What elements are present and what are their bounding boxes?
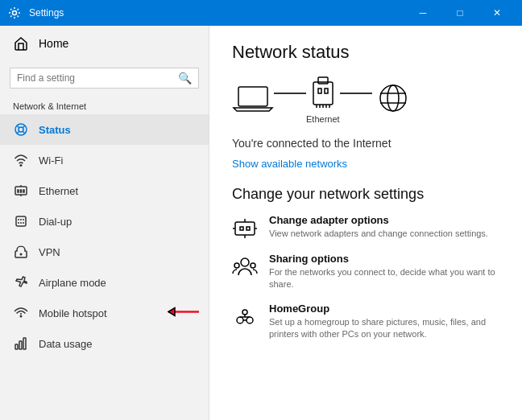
- svg-point-9: [18, 222, 19, 224]
- maximize-button[interactable]: □: [441, 0, 478, 26]
- sidebar-item-label-datausage: Data usage: [39, 338, 93, 350]
- sidebar-category: Network & Internet: [0, 95, 209, 114]
- sidebar-item-status[interactable]: Status: [0, 114, 209, 145]
- adapter-desc: View network adapters and change connect…: [269, 228, 499, 240]
- hotspot-icon: [13, 305, 29, 321]
- datausage-icon: [13, 336, 29, 352]
- svg-point-28: [234, 263, 239, 268]
- adapter-icon: [232, 216, 258, 241]
- sharing-text: Sharing options For the networks you con…: [269, 253, 499, 291]
- svg-rect-5: [16, 216, 26, 226]
- wifi-icon: [13, 152, 29, 168]
- vpn-icon: [13, 244, 29, 260]
- sidebar-item-label-ethernet: Ethernet: [39, 185, 78, 197]
- line-2: [340, 93, 372, 94]
- status-icon: [13, 121, 29, 138]
- globe-diagram-item: [372, 82, 414, 117]
- dialup-icon: [13, 213, 29, 229]
- svg-point-6: [18, 219, 19, 220]
- svg-rect-20: [313, 82, 333, 105]
- home-nav-item[interactable]: Home: [0, 26, 209, 61]
- svg-rect-16: [15, 344, 18, 349]
- sidebar-item-label-dialup: Dial-up: [39, 216, 72, 228]
- ethernet-diagram-item: Ethernet: [306, 76, 340, 124]
- sharing-options-item[interactable]: Sharing options For the networks you con…: [232, 253, 499, 291]
- show-networks-link[interactable]: Show available networks: [232, 158, 499, 170]
- settings-icon: [6, 5, 23, 21]
- adapter-text: Change adapter options View network adap…: [269, 214, 499, 240]
- svg-point-1: [15, 124, 27, 135]
- close-button[interactable]: ✕: [478, 0, 516, 26]
- sidebar-item-airplane[interactable]: Airplane mode: [0, 267, 209, 298]
- arrow-container: Mobile hotspot: [0, 298, 209, 328]
- search-box[interactable]: 🔍: [10, 68, 199, 89]
- homegroup-item[interactable]: HomeGroup Set up a homegroup to share pi…: [232, 303, 499, 341]
- window-controls: ─ □ ✕: [404, 0, 516, 26]
- svg-point-2: [19, 127, 23, 132]
- home-icon: [13, 35, 29, 51]
- sidebar-item-vpn[interactable]: VPN: [0, 237, 209, 267]
- homegroup-desc: Set up a homegroup to share pictures, mu…: [269, 316, 499, 341]
- window-title: Settings: [29, 7, 404, 19]
- sharing-title: Sharing options: [269, 253, 499, 265]
- svg-point-23: [387, 85, 399, 111]
- svg-rect-26: [235, 222, 255, 235]
- svg-point-29: [251, 263, 255, 268]
- main-layout: Home 🔍 Network & Internet Status: [0, 26, 522, 420]
- homegroup-title: HomeGroup: [269, 303, 499, 315]
- svg-point-10: [20, 222, 22, 224]
- content-area: Network status Ethernet: [209, 26, 522, 420]
- ethernet-icon: [13, 183, 29, 199]
- svg-point-0: [13, 11, 17, 15]
- laptop-diagram-item: [232, 82, 274, 117]
- titlebar: Settings ─ □ ✕: [0, 0, 522, 26]
- sidebar-item-label-status: Status: [39, 124, 71, 136]
- sidebar-item-hotspot[interactable]: Mobile hotspot: [0, 298, 209, 328]
- sidebar-item-label-wifi: Wi-Fi: [39, 154, 63, 167]
- svg-point-30: [237, 317, 243, 323]
- svg-point-33: [242, 310, 247, 315]
- sharing-desc: For the networks you connect to, decide …: [269, 266, 499, 291]
- svg-point-13: [20, 315, 23, 318]
- svg-point-22: [380, 85, 406, 111]
- sidebar-item-label-vpn: VPN: [39, 246, 60, 258]
- sidebar-item-label-hotspot: Mobile hotspot: [39, 307, 107, 319]
- svg-point-7: [20, 219, 22, 220]
- sidebar-item-dialup[interactable]: Dial-up: [0, 206, 209, 237]
- svg-point-3: [20, 165, 22, 167]
- svg-point-8: [23, 219, 24, 220]
- homegroup-icon: [232, 304, 258, 330]
- search-input[interactable]: [17, 72, 173, 84]
- svg-rect-17: [19, 341, 22, 349]
- sidebar-item-ethernet[interactable]: Ethernet: [0, 175, 209, 206]
- page-title: Network status: [232, 42, 499, 63]
- sidebar-item-wifi[interactable]: Wi-Fi: [0, 145, 209, 175]
- svg-point-11: [23, 222, 24, 224]
- minimize-button[interactable]: ─: [404, 0, 441, 26]
- network-diagram: Ethernet: [232, 76, 499, 124]
- sidebar: Home 🔍 Network & Internet Status: [0, 26, 209, 420]
- sidebar-item-label-airplane: Airplane mode: [39, 277, 106, 289]
- sharing-icon: [232, 254, 258, 280]
- adapter-options-item[interactable]: Change adapter options View network adap…: [232, 214, 499, 241]
- sidebar-item-datausage[interactable]: Data usage: [0, 328, 209, 359]
- svg-point-27: [241, 258, 249, 266]
- svg-rect-18: [23, 338, 26, 349]
- airplane-icon: [13, 274, 29, 290]
- line-1: [274, 93, 306, 94]
- ethernet-diagram-label: Ethernet: [306, 114, 340, 124]
- svg-rect-19: [238, 87, 267, 106]
- svg-point-31: [246, 317, 253, 323]
- search-icon: 🔍: [178, 72, 192, 84]
- change-settings-title: Change your network settings: [232, 186, 499, 203]
- homegroup-text: HomeGroup Set up a homegroup to share pi…: [269, 303, 499, 341]
- svg-point-12: [20, 253, 23, 256]
- adapter-title: Change adapter options: [269, 214, 499, 226]
- home-label: Home: [39, 37, 68, 50]
- svg-rect-21: [318, 77, 328, 84]
- connected-text: You're connected to the Internet: [232, 137, 499, 150]
